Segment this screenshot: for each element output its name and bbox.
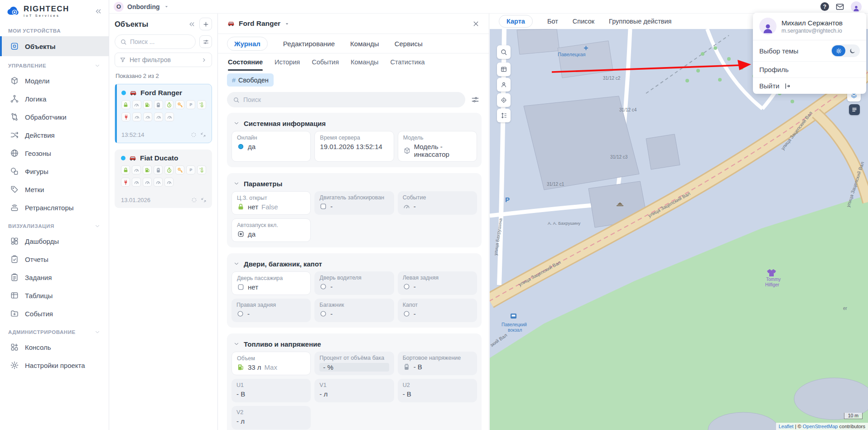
- param-label: Время сервера: [320, 135, 388, 141]
- badge-gauge: [154, 178, 163, 187]
- sidebar-item-логика[interactable]: Логика: [0, 90, 109, 108]
- map-tab-бот[interactable]: Бот: [547, 18, 558, 25]
- sidebar-nav: МОИ УСТРОЙСТВАОбъектыУПРАВЛЕНИЕМоделиЛог…: [0, 22, 109, 374]
- sidebar-item-задания[interactable]: Задания: [0, 268, 109, 286]
- car-icon: [129, 154, 137, 162]
- globe-icon: [10, 149, 19, 158]
- subtab-история[interactable]: История: [275, 53, 300, 71]
- subtab-команды[interactable]: Команды: [351, 53, 378, 71]
- profile-menu-item[interactable]: Профиль: [753, 62, 866, 78]
- objects-search[interactable]: [115, 34, 196, 49]
- osm-link[interactable]: OpenStreetMap: [803, 424, 838, 429]
- param-value: 33 лMax: [237, 363, 305, 371]
- search-icon: [233, 97, 240, 103]
- sidebar-item-события[interactable]: События: [0, 304, 109, 323]
- param-card: Время сервера19.01.2026 13:52:14: [314, 131, 394, 162]
- objects-search-input[interactable]: [130, 38, 190, 45]
- workspace-switcher[interactable]: O Onbording: [114, 2, 169, 12]
- sidebar-item-настройки-проекта[interactable]: Настройки проекта: [0, 356, 109, 374]
- tab-журнал[interactable]: Журнал: [227, 37, 268, 51]
- section-header[interactable]: Параметры: [231, 177, 477, 190]
- map-tab-групповые-действия[interactable]: Групповые действия: [609, 18, 671, 25]
- dark-theme-button[interactable]: [845, 45, 859, 56]
- mail-icon[interactable]: [835, 2, 844, 11]
- actions-icon: [10, 130, 19, 140]
- badge-lock-green: [121, 165, 130, 174]
- close-icon[interactable]: [472, 20, 480, 28]
- sidebar-item-объекты[interactable]: Объекты: [0, 36, 109, 56]
- sidebar-item-геозоны[interactable]: Геозоны: [0, 144, 109, 162]
- object-card[interactable]: Fiat DucatoP13.01.2026: [115, 150, 212, 208]
- badge-fuel-green: [143, 165, 152, 174]
- param-value: - л: [319, 390, 389, 398]
- collapse-icon: [201, 197, 207, 203]
- sidebar-item-метки[interactable]: Метки: [0, 180, 109, 198]
- panel-collapse-icon[interactable]: [188, 20, 196, 28]
- param-value: - В: [403, 363, 472, 371]
- map-label: 31/12 с2: [603, 76, 621, 81]
- subtab-события[interactable]: События: [312, 53, 339, 71]
- sidebar-item-фигуры[interactable]: Фигуры: [0, 162, 109, 180]
- subtab-статистика[interactable]: Статистика: [391, 53, 425, 71]
- param-value: да: [237, 230, 305, 238]
- leaflet-link[interactable]: Leaflet: [779, 424, 794, 429]
- map-person-button[interactable]: [497, 78, 511, 92]
- sidebar-item-модели[interactable]: Модели: [0, 72, 109, 90]
- sidebar-section-label[interactable]: ВИЗУАЛИЗАЦИЯ: [0, 217, 109, 232]
- objects-icon: [10, 42, 19, 51]
- section-header[interactable]: Топливо и напряжение: [231, 337, 477, 351]
- subtab-состояние[interactable]: Состояние: [228, 53, 263, 71]
- dashed-circle-icon: [191, 132, 197, 138]
- moon-icon: [849, 48, 856, 54]
- dashed-circle-icon: [191, 197, 197, 203]
- help-icon[interactable]: ?: [820, 2, 829, 11]
- sidebar-section-label[interactable]: АДМИНИСТРИРОВАНИЕ: [0, 323, 109, 338]
- map-tab-список[interactable]: Список: [573, 18, 594, 25]
- map-tab-карта[interactable]: Карта: [499, 15, 533, 28]
- map-ruler-button[interactable]: [497, 109, 511, 122]
- user-avatar[interactable]: [851, 1, 862, 12]
- state-search[interactable]: [227, 92, 465, 107]
- detail-title: Ford Ranger: [239, 19, 280, 28]
- map-grid-button[interactable]: [497, 63, 511, 76]
- sidebar-item-ретрансляторы[interactable]: Ретрансляторы: [0, 198, 109, 217]
- tab-сервисы[interactable]: Сервисы: [395, 40, 423, 48]
- sidebar-item-таблицы[interactable]: Таблицы: [0, 286, 109, 304]
- param-label: Левая задняя: [403, 275, 472, 281]
- light-theme-button[interactable]: [832, 45, 845, 56]
- map-target-button[interactable]: [497, 93, 511, 107]
- param-card: Двигатель заблокирован-: [314, 191, 394, 215]
- filter-row[interactable]: Нет фильтров: [115, 53, 212, 67]
- map-legend-button[interactable]: [849, 104, 860, 115]
- sidebar-item-обработчики[interactable]: Обработчики: [0, 108, 109, 126]
- param-label: Онлайн: [237, 135, 305, 141]
- section-header[interactable]: Двери, багажник, капот: [231, 257, 477, 271]
- chevron-down-icon: [94, 329, 101, 335]
- sidebar-item-дашборды[interactable]: Дашборды: [0, 232, 109, 250]
- sidebar: RIGHTECH IoT Services МОИ УСТРОЙСТВАОбъе…: [0, 0, 109, 430]
- object-card[interactable]: Ford RangerP13:52:14: [115, 84, 212, 143]
- map-label: 31/12 с4: [619, 107, 637, 112]
- sidebar-item-отчеты[interactable]: Отчеты: [0, 250, 109, 268]
- state-filter-settings-icon[interactable]: [471, 95, 480, 104]
- sidebar-section-label[interactable]: УПРАВЛЕНИЕ: [0, 56, 109, 72]
- detail-title-switcher[interactable]: Ford Ranger: [227, 19, 290, 28]
- app-root: RIGHTECH IoT Services МОИ УСТРОЙСТВАОбъе…: [0, 0, 868, 430]
- state-search-input[interactable]: [243, 96, 459, 103]
- add-object-button[interactable]: [199, 18, 212, 30]
- map-search-button[interactable]: [497, 45, 511, 59]
- section-header[interactable]: Системная информация: [231, 116, 477, 130]
- logout-menu-item[interactable]: Выйти: [753, 78, 866, 94]
- tab-редактирование[interactable]: Редактирование: [283, 40, 335, 48]
- status-badge: # Свободен: [227, 73, 274, 87]
- sun-icon: [835, 48, 842, 54]
- circle-empty-icon: [403, 310, 410, 318]
- objects-filter-settings-button[interactable]: [199, 35, 212, 48]
- param-label: Событие: [403, 194, 472, 201]
- sidebar-item-консоль[interactable]: Консоль: [0, 338, 109, 356]
- hash-icon: #: [232, 77, 236, 84]
- sidebar-collapse-icon[interactable]: [94, 7, 102, 15]
- logout-icon: [783, 82, 791, 90]
- tab-команды[interactable]: Команды: [350, 40, 379, 48]
- sidebar-item-действия[interactable]: Действия: [0, 126, 109, 144]
